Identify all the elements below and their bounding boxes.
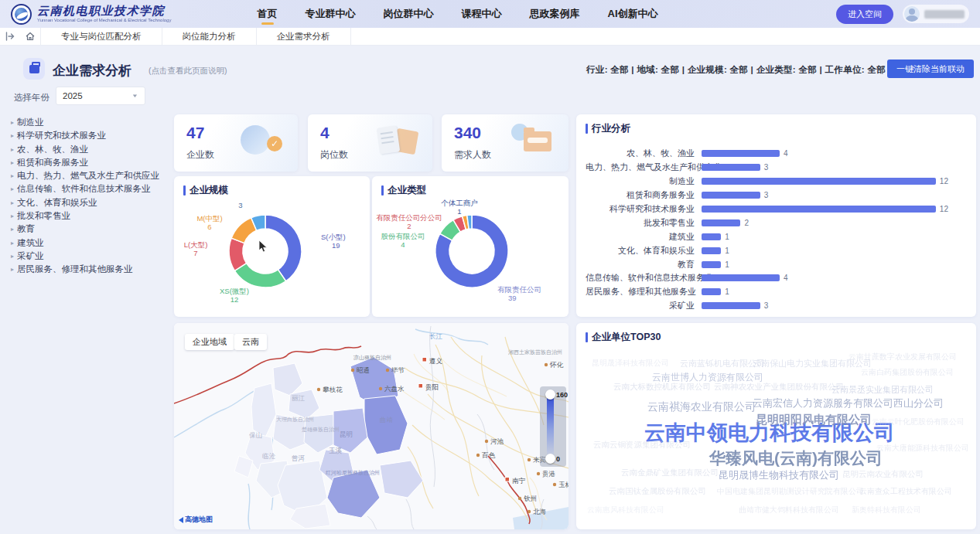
donut-slice[interactable] (265, 215, 302, 281)
word-cloud-item[interactable]: 云南景丞实业集团有限公司 (831, 385, 934, 394)
nav-item[interactable]: 专业群中心 (306, 0, 356, 28)
word-cloud-item[interactable]: 云南查众工程技术有限公司 (859, 487, 952, 495)
tab-bar: 专业与岗位匹配分析岗位能力分析企业需求分析 (0, 28, 980, 46)
industry-tree-item[interactable]: ▸制造业 (11, 116, 167, 129)
bar[interactable] (702, 288, 721, 295)
page-title: 企业需求分析 (53, 62, 131, 80)
word-cloud-item[interactable]: 云南大唐能源科技有限公司 (876, 444, 969, 452)
bar[interactable] (702, 247, 721, 254)
word-cloud-item[interactable]: 云南国钛金属股份有限公司 (609, 487, 706, 496)
bar[interactable] (702, 219, 740, 226)
nav-item[interactable]: 首页 (258, 0, 278, 28)
bar[interactable] (702, 150, 780, 157)
word-cloud-item[interactable]: 昆明云南农业有限公司 (842, 470, 924, 479)
industry-tree: ▸制造业▸科学研究和技术服务业▸农、林、牧、渔业▸租赁和商务服务业▸电力、热力、… (11, 116, 167, 277)
map-label: 河池 (490, 437, 504, 445)
analysis-tabs: 专业与岗位匹配分析岗位能力分析企业需求分析 (40, 28, 351, 45)
bar-row: 居民服务、修理和其他服务业1 (586, 285, 967, 299)
bar-row: 教育1 (586, 257, 967, 271)
industry-tree-item[interactable]: ▸建筑业 (11, 236, 167, 250)
word-cloud-item[interactable]: 云南祺海农业有限公司 (647, 401, 756, 413)
active-filters: 行业: 全部 | 地域: 全部 | 企业规模: 全部 | 企业类型: 全部 | … (586, 64, 886, 76)
industry-tree-item[interactable]: ▸文化、体育和娱乐业 (11, 196, 167, 209)
bar[interactable] (702, 192, 760, 199)
tab-1[interactable]: 岗位能力分析 (162, 28, 256, 45)
tab-0[interactable]: 专业与岗位匹配分析 (40, 28, 162, 45)
bar[interactable] (702, 206, 936, 213)
bar-row: 批发和零售业2 (586, 216, 967, 230)
word-cloud-item[interactable]: 华臻风电(云南)有限公司 (709, 449, 883, 467)
username-redacted (924, 10, 965, 19)
amap-logo-icon (179, 517, 183, 523)
bar[interactable] (702, 302, 760, 309)
industry-tree-item[interactable]: ▸科学研究和技术服务业 (11, 129, 167, 142)
industry-tree-item[interactable]: ▸居民服务、修理和其他服务业 (11, 263, 167, 276)
stat-value: 4 (320, 124, 330, 142)
user-account[interactable] (903, 5, 969, 23)
enterprise-count-icon: ✓ (241, 124, 284, 161)
industry-tree-item[interactable]: ▸采矿业 (11, 250, 167, 263)
clear-linkage-button[interactable]: 一键清除当前联动 (887, 60, 974, 78)
industry-tree-item[interactable]: ▸农、林、牧、渔业 (11, 143, 167, 156)
nav-item[interactable]: AI创新中心 (608, 0, 658, 28)
word-cloud-item[interactable]: 云南宏信人力资源服务有限公司西山分公司 (753, 398, 944, 409)
legend-max-handle[interactable] (545, 389, 555, 400)
bar-row: 科学研究和技术服务业12 (586, 202, 967, 216)
word-cloud-item[interactable]: 云南云叶化肥股份有限公司 (872, 417, 965, 426)
industry-analysis-panel: 行业分析 农、林、牧、渔业4电力、热力、燃气及水生产和供应业3制造业12租赁和商… (576, 114, 976, 317)
stat-card-demand: 340 需求人数 (442, 114, 569, 172)
map-label: 玉林 (558, 481, 569, 488)
avatar (904, 6, 920, 22)
word-cloud-item[interactable]: 昆明明阳风电有限公司 (756, 413, 872, 427)
caret-icon: ▸ (11, 169, 14, 182)
map-label: 贵阳 (425, 383, 439, 391)
industry-tree-item[interactable]: ▸批发和零售业 (11, 209, 167, 223)
bar[interactable] (702, 233, 721, 240)
industry-tree-item[interactable]: ▸电力、热力、燃气及水生产和供应业 (11, 169, 167, 182)
bar[interactable] (702, 274, 780, 281)
industry-tree-item[interactable]: ▸租赁和商务服务业 (11, 156, 167, 169)
word-cloud-item[interactable]: 曲靖市健大饲料科技有限公司 (739, 505, 839, 514)
donut-slice[interactable] (234, 264, 285, 287)
enter-space-button[interactable]: 进入空间 (836, 5, 893, 24)
industry-tree-item[interactable]: ▸信息传输、软件和信息技术服务业 (11, 182, 167, 196)
bar[interactable] (702, 164, 760, 171)
word-cloud-item[interactable]: 云南甘蔗数字农业发展有限公司 (849, 352, 957, 361)
word-cloud-item[interactable]: 昆明晟博生物科技有限公司 (719, 470, 839, 481)
nav-item[interactable]: 思政案例库 (530, 0, 580, 28)
word-cloud-item[interactable]: 云南大标数控机床有限公司 (613, 383, 711, 392)
donut-label: XS(微型)12 (220, 287, 249, 304)
tab-2[interactable]: 企业需求分析 (256, 28, 351, 45)
nav-item[interactable]: 岗位群中心 (384, 0, 434, 28)
expand-sidebar-icon[interactable] (5, 31, 15, 42)
yunnan-map[interactable]: 长江凉山彝族自治州昭通毕节遵义湘西土家族苗族自治州怀化攀枝花六盘水贵阳丽江大理白… (174, 323, 569, 529)
nav-item[interactable]: 课程中心 (462, 0, 502, 28)
word-cloud-item[interactable]: 云南惠风科技有限公司 (587, 505, 664, 514)
map-label: 长江 (429, 332, 443, 340)
word-cloud-item[interactable]: 云南神农农业产业集团股份有限公司 (714, 383, 844, 392)
word-cloud-item[interactable]: 云南云铜资源集团有限公司 (593, 440, 691, 450)
map-attribution: 高德地图 (179, 515, 213, 525)
map-region-chip[interactable]: 云南 (234, 334, 267, 350)
stat-card-positions: 4 岗位数 (308, 114, 432, 172)
bar-row: 建筑业1 (586, 230, 967, 243)
position-count-icon (375, 124, 418, 161)
donut-label: 有限责任公司分公司2 (376, 213, 442, 230)
map-label: 红河哈尼族彝族自治州 (326, 470, 380, 476)
bar-row: 电力、热力、燃气及水生产和供应业3 (586, 161, 967, 175)
mouse-cursor-icon (259, 240, 267, 252)
home-icon[interactable] (25, 31, 36, 42)
caret-icon: ▸ (11, 116, 14, 129)
bar[interactable] (702, 261, 721, 268)
word-cloud-item[interactable]: 新奥特科技有限公司 (852, 505, 921, 514)
legend-min-handle[interactable] (545, 454, 555, 464)
word-cloud-item[interactable]: 云南白药集团股份有限公司 (861, 368, 954, 376)
word-cloud-item[interactable]: 昆明晟泽科技有限公司 (592, 359, 669, 367)
page-hint[interactable]: (点击查看此页面说明) (149, 66, 227, 77)
word-cloud-item[interactable]: 中国电建集团昆明勘测设计研究院有限公司 (717, 487, 864, 495)
bar[interactable] (702, 178, 936, 185)
map-mode-chip[interactable]: 企业地域 (185, 334, 234, 350)
industry-tree-item[interactable]: ▸教育 (11, 223, 167, 236)
year-select[interactable]: 2025 ▼ (56, 87, 145, 105)
word-cloud-item[interactable]: 云南金鼎矿业集团有限公司 (621, 468, 719, 478)
